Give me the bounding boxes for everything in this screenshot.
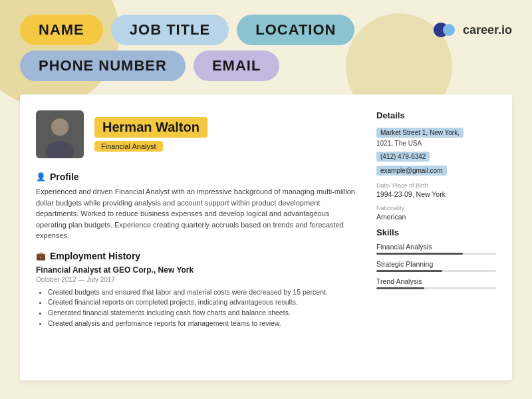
details-title: Details xyxy=(376,110,496,120)
dob-value: 1994-23-09, New York xyxy=(376,190,496,198)
profile-header: Herman Walton Financial Analyst xyxy=(36,110,356,158)
phone-pill: PHONE NUMBER xyxy=(20,51,186,81)
location-pill: LOCATION xyxy=(237,15,354,45)
dob-label: Date/ Place of Birth xyxy=(376,182,496,189)
employment-icon: 💼 xyxy=(36,251,46,261)
detail-phone: (412) 479-6342 xyxy=(376,152,430,162)
resume-left: Herman Walton Financial Analyst 👤 Profil… xyxy=(36,110,356,364)
resume-right: Details Market Street 1, New York, 1021,… xyxy=(376,110,496,364)
name-pill: NAME xyxy=(20,15,103,45)
skill-bar-bg xyxy=(376,270,496,272)
detail-email: example@gmail.com xyxy=(376,166,447,176)
header: NAME JOB TITLE LOCATION career.io PHONE … xyxy=(0,0,532,88)
skill-item: Financial Analysis xyxy=(376,243,496,255)
skill-name: Financial Analysis xyxy=(376,243,496,251)
job-title-badge: Financial Analyst xyxy=(94,141,163,152)
avatar-svg xyxy=(36,110,84,158)
list-item: Created budgets and ensured that labor a… xyxy=(48,287,356,298)
employment-dates: October 2012 — July 2017 xyxy=(36,276,356,283)
employment-list: Created budgets and ensured that labor a… xyxy=(36,287,356,329)
profile-icon: 👤 xyxy=(36,172,46,182)
employment-job: Financial Analyst at GEO Corp., New York xyxy=(36,265,356,275)
email-pill: EMAIL xyxy=(194,51,279,81)
skill-bar-bg xyxy=(376,287,496,289)
skill-name: Strategic Planning xyxy=(376,260,496,268)
employment-section-title: 💼 Employment History xyxy=(36,251,356,261)
header-row-1: NAME JOB TITLE LOCATION career.io xyxy=(20,15,512,45)
logo: career.io xyxy=(434,23,512,37)
candidate-name: Herman Walton xyxy=(94,117,207,138)
list-item: Created analysis and perfomance reports … xyxy=(48,319,356,329)
logo-text: career.io xyxy=(463,23,512,37)
header-row-2: PHONE NUMBER EMAIL xyxy=(20,51,512,81)
skills-title: Skills xyxy=(376,227,496,237)
svg-point-1 xyxy=(51,118,68,136)
skill-bar-fill xyxy=(376,287,424,289)
avatar xyxy=(36,110,84,158)
resume-card: Herman Walton Financial Analyst 👤 Profil… xyxy=(20,94,512,380)
skill-bar-bg xyxy=(376,253,496,255)
list-item: Created financial reports on completed p… xyxy=(48,297,356,308)
skill-item: Trend Analysis xyxy=(376,277,496,289)
logo-icon xyxy=(434,23,458,37)
nationality-value: American xyxy=(376,213,496,221)
nationality-label: Nationality xyxy=(376,205,496,211)
skill-name: Trend Analysis xyxy=(376,277,496,285)
detail-address1: Market Street 1, New York, xyxy=(376,128,464,138)
job-title-pill: JOB TITLE xyxy=(111,15,229,45)
skill-bar-fill xyxy=(376,270,442,272)
skill-item: Strategic Planning xyxy=(376,260,496,272)
skill-bar-fill xyxy=(376,253,463,255)
profile-section-title: 👤 Profile xyxy=(36,172,356,182)
list-item: Generated financial statements including… xyxy=(48,308,356,319)
detail-address2: 1021, The USA xyxy=(376,140,496,147)
logo-circle-light xyxy=(443,24,455,36)
profile-body: Experienced and driven Financial Analyst… xyxy=(36,186,356,241)
name-area: Herman Walton Financial Analyst xyxy=(94,117,207,152)
